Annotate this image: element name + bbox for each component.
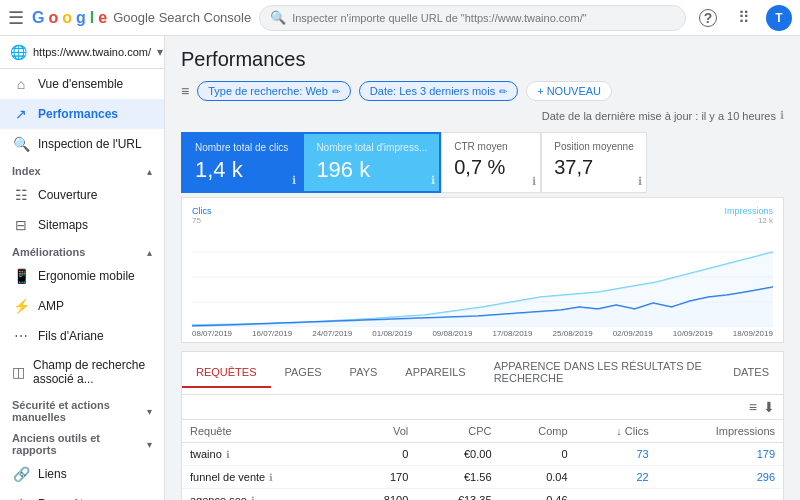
query-info-icon-2[interactable]: ℹ <box>251 495 255 501</box>
x-label-9: 18/09/2019 <box>733 329 773 338</box>
filter-chip-type-label: Type de recherche: Web <box>208 85 328 97</box>
tab-dates[interactable]: DATES <box>719 358 783 388</box>
sidebar-item-vue-ensemble[interactable]: ⌂ Vue d'ensemble <box>0 69 164 99</box>
metrics-row: Nombre total de clics 1,4 k ℹ Nombre tot… <box>181 132 784 193</box>
sidebar-section-securite[interactable]: Sécurité et actions manuelles ▾ <box>0 393 164 426</box>
chart-container: Clics 75 Impressions 12 k <box>181 197 784 343</box>
chart-y-max-left: 75 <box>192 216 201 225</box>
metric-clics-value: 1,4 k <box>195 157 288 183</box>
sidebar-label-champ: Champ de recherche associé a... <box>33 358 152 386</box>
search-url-icon: 🔍 <box>12 136 30 152</box>
sidebar-item-sitemaps[interactable]: ⊟ Sitemaps <box>0 210 164 240</box>
logo-e: e <box>98 9 107 27</box>
download-icon[interactable]: ⬇ <box>763 399 775 415</box>
mobile-icon: 📱 <box>12 268 30 284</box>
ameliorations-section-title: Améliorations <box>12 246 85 258</box>
sidebar-item-champ[interactable]: ◫ Champ de recherche associé a... <box>0 351 164 393</box>
sidebar-section-anciens[interactable]: Anciens outils et rapports ▾ <box>0 426 164 459</box>
metric-ctr-info[interactable]: ℹ <box>532 175 536 188</box>
last-update-text: Date de la dernière mise à jour : il y a… <box>542 109 784 122</box>
tabs-bar: REQUÊTES PAGES PAYS APPAREILS APPARENCE … <box>181 351 784 394</box>
apps-icon[interactable]: ⠿ <box>730 4 758 32</box>
x-label-6: 25/08/2019 <box>553 329 593 338</box>
avatar[interactable]: T <box>766 5 792 31</box>
sidebar-section-ameliorations[interactable]: Améliorations ▴ <box>0 240 164 261</box>
logo-g: G <box>32 9 44 27</box>
x-label-2: 24/07/2019 <box>312 329 352 338</box>
x-label-8: 10/09/2019 <box>673 329 713 338</box>
filters-bar: ≡ Type de recherche: Web ✏ Date: Les 3 d… <box>181 81 784 122</box>
sidebar-item-parametres[interactable]: ⚙ Paramètres <box>0 489 164 500</box>
home-icon: ⌂ <box>12 76 30 92</box>
metric-impressions-info[interactable]: ℹ <box>431 174 435 187</box>
topbar-actions: ? ⠿ T <box>694 4 792 32</box>
col-clics[interactable]: ↓ Clics <box>576 420 657 443</box>
metric-card-impressions[interactable]: Nombre total d'impress... 196 k ℹ <box>302 132 441 193</box>
metric-position-info[interactable]: ℹ <box>638 175 642 188</box>
help-icon[interactable]: ? <box>694 4 722 32</box>
query-info-icon-0[interactable]: ℹ <box>226 449 230 460</box>
table-toolbar: ≡ ⬇ <box>182 395 783 420</box>
sidebar-label-couverture: Couverture <box>38 188 97 202</box>
hamburger-icon[interactable]: ☰ <box>8 7 24 29</box>
query-info-icon-1[interactable]: ℹ <box>269 472 273 483</box>
metric-card-clics[interactable]: Nombre total de clics 1,4 k ℹ <box>181 132 302 193</box>
metric-ctr-value: 0,7 % <box>454 156 528 179</box>
logo-o2: o <box>62 9 72 27</box>
filter-icon[interactable]: ≡ <box>181 83 189 99</box>
sidebar-item-couverture[interactable]: ☷ Couverture <box>0 180 164 210</box>
search-input[interactable] <box>292 12 675 24</box>
anciens-chevron-icon: ▾ <box>147 439 152 450</box>
tab-pays[interactable]: PAYS <box>336 358 392 388</box>
search-bar[interactable]: 🔍 <box>259 5 686 31</box>
securite-chevron-icon: ▾ <box>147 406 152 417</box>
col-vol: Vol <box>348 420 416 443</box>
metric-clics-info[interactable]: ℹ <box>292 174 296 187</box>
tab-appareils[interactable]: APPAREILS <box>391 358 479 388</box>
col-cpc: CPC <box>416 420 499 443</box>
sidebar-item-fils-ariane[interactable]: ⋯ Fils d'Ariane <box>0 321 164 351</box>
table-row: funnel de vente ℹ 170 €1.56 0.04 22 296 <box>182 466 783 489</box>
impressions-2 <box>657 489 783 501</box>
col-impressions: Impressions <box>657 420 783 443</box>
new-filter-label: + NOUVEAU <box>537 85 601 97</box>
sidebar-item-liens[interactable]: 🔗 Liens <box>0 459 164 489</box>
app-logo: Google Google Search Console <box>32 9 251 27</box>
metric-card-position[interactable]: Position moyenne 37,7 ℹ <box>541 132 647 193</box>
sidebar-item-performances[interactable]: ↗ Performances <box>0 99 164 129</box>
sidebar-label-sitemaps: Sitemaps <box>38 218 88 232</box>
tab-pages[interactable]: PAGES <box>271 358 336 388</box>
securite-section-title: Sécurité et actions manuelles <box>12 399 147 423</box>
sidebar-item-ergonomie[interactable]: 📱 Ergonomie mobile <box>0 261 164 291</box>
sidebar-item-inspection[interactable]: 🔍 Inspection de l'URL <box>0 129 164 159</box>
filter-table-icon[interactable]: ≡ <box>749 399 757 415</box>
searchbox-icon: ◫ <box>12 364 25 380</box>
table-container: ≡ ⬇ Requête Vol CPC Comp ↓ Clics Impress… <box>181 394 784 500</box>
tab-apparence[interactable]: APPARENCE DANS LES RÉSULTATS DE RECHERCH… <box>480 352 719 394</box>
sidebar-label-inspection: Inspection de l'URL <box>38 137 142 151</box>
x-label-7: 02/09/2019 <box>613 329 653 338</box>
logo-l: l <box>90 9 94 27</box>
breadcrumb-icon: ⋯ <box>12 328 30 344</box>
sidebar-item-amp[interactable]: ⚡ AMP <box>0 291 164 321</box>
impressions-1: 296 <box>657 466 783 489</box>
sidebar-section-index[interactable]: Index ▴ <box>0 159 164 180</box>
index-chevron-icon: ▴ <box>147 166 152 177</box>
links-icon: 🔗 <box>12 466 30 482</box>
settings-icon: ⚙ <box>12 496 30 500</box>
filter-chip-type[interactable]: Type de recherche: Web ✏ <box>197 81 351 101</box>
filter-chip-date[interactable]: Date: Les 3 derniers mois ✏ <box>359 81 518 101</box>
query-cell-2: agence seo ℹ <box>182 489 348 501</box>
site-url: https://www.twaino.com/ <box>33 46 151 58</box>
chart-icon: ↗ <box>12 106 30 122</box>
metric-card-ctr[interactable]: CTR moyen 0,7 % ℹ <box>441 132 541 193</box>
tab-requetes[interactable]: REQUÊTES <box>182 358 271 388</box>
sidebar-label-vue-ensemble: Vue d'ensemble <box>38 77 123 91</box>
table-header-row: Requête Vol CPC Comp ↓ Clics Impressions <box>182 420 783 443</box>
site-selector[interactable]: 🌐 https://www.twaino.com/ ▾ <box>0 36 164 69</box>
amp-icon: ⚡ <box>12 298 30 314</box>
new-filter-button[interactable]: + NOUVEAU <box>526 81 612 101</box>
comp-2: 0.46 <box>500 489 576 501</box>
clics-1: 22 <box>576 466 657 489</box>
performance-chart <box>192 227 773 327</box>
